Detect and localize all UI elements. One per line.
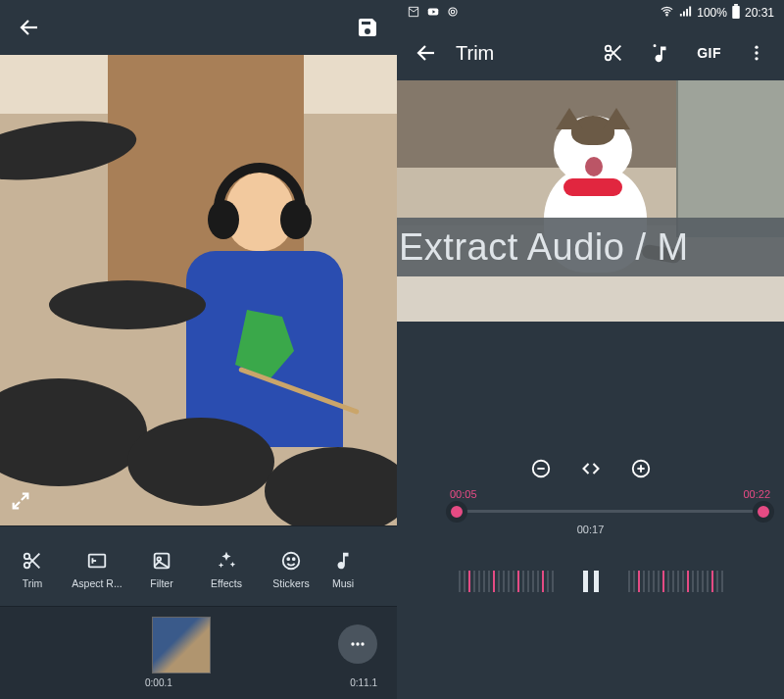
trim-range-slider[interactable]: 00:05 00:22 00:17 xyxy=(397,488,784,547)
scrub-ticks-right[interactable] xyxy=(628,571,723,592)
overlay-caption: Extract Audio / M xyxy=(397,218,784,276)
pause-button[interactable] xyxy=(583,571,599,592)
youtube-icon xyxy=(426,5,440,22)
preview-content-cat xyxy=(397,80,784,322)
tool-label: Stickers xyxy=(272,577,309,589)
svg-point-9 xyxy=(356,642,359,645)
fullscreen-icon[interactable] xyxy=(10,490,31,516)
tool-label: Aspect R... xyxy=(72,577,122,589)
zoom-controls xyxy=(397,449,784,488)
svg-point-14 xyxy=(666,15,667,16)
svg-rect-15 xyxy=(734,4,738,6)
wifi-icon xyxy=(660,4,674,22)
left-topbar xyxy=(0,0,397,55)
tool-effects[interactable]: Effects xyxy=(194,550,259,589)
add-music-icon[interactable] xyxy=(650,42,671,64)
mail-icon xyxy=(407,5,420,22)
trim-preview[interactable]: Extract Audio / M xyxy=(397,80,784,322)
more-button[interactable] xyxy=(338,624,377,664)
screen-title: Trim xyxy=(456,42,585,65)
tool-filter[interactable]: Filter xyxy=(129,550,194,589)
timeline[interactable]: 0:00.1 0:11.1 xyxy=(0,606,397,699)
trim-end-time: 00:22 xyxy=(743,488,770,500)
zoom-in-icon[interactable] xyxy=(630,458,652,479)
svg-point-7 xyxy=(293,558,295,560)
trim-screen: 100% 20:31 Trim GIF xyxy=(397,0,784,699)
svg-point-18 xyxy=(606,55,612,61)
cast-icon xyxy=(446,5,460,22)
svg-point-10 xyxy=(361,642,364,645)
scissors-icon[interactable] xyxy=(603,42,624,64)
svg-rect-2 xyxy=(89,554,106,567)
overflow-menu-icon[interactable] xyxy=(747,43,766,63)
tool-music[interactable]: Musi xyxy=(323,550,363,589)
editor-main-screen: Trim Aspect R... Filter Effects Stickers… xyxy=(0,0,397,699)
tool-aspect-ratio[interactable]: Aspect R... xyxy=(65,550,129,589)
tool-bar: Trim Aspect R... Filter Effects Stickers… xyxy=(0,525,397,606)
svg-point-4 xyxy=(157,557,161,561)
clock-time: 20:31 xyxy=(745,6,774,20)
svg-point-8 xyxy=(351,642,354,645)
tool-trim[interactable]: Trim xyxy=(0,550,65,589)
scrub-ticks-left[interactable] xyxy=(459,571,554,592)
gif-button[interactable]: GIF xyxy=(697,45,721,61)
preview-content-drummer xyxy=(0,55,397,525)
scrub-bar xyxy=(397,547,784,616)
tool-label: Effects xyxy=(211,577,242,589)
back-icon[interactable] xyxy=(415,41,438,65)
back-icon[interactable] xyxy=(18,16,41,39)
battery-level: 100% xyxy=(697,6,727,20)
svg-point-17 xyxy=(606,46,612,52)
zoom-out-icon[interactable] xyxy=(530,458,552,479)
code-icon[interactable] xyxy=(581,459,601,478)
tool-label: Musi xyxy=(332,577,354,589)
timeline-end: 0:11.1 xyxy=(350,677,377,688)
svg-point-6 xyxy=(287,558,289,560)
svg-point-21 xyxy=(755,57,758,60)
svg-point-12 xyxy=(451,10,455,14)
svg-point-19 xyxy=(755,46,758,49)
tool-label: Trim xyxy=(23,577,43,589)
battery-icon xyxy=(731,4,741,22)
signal-icon xyxy=(678,4,693,22)
right-topbar: Trim GIF xyxy=(397,25,784,80)
svg-point-20 xyxy=(755,51,758,54)
timeline-start: 0:00.1 xyxy=(145,677,172,688)
video-preview[interactable] xyxy=(0,55,397,525)
svg-point-13 xyxy=(449,7,457,15)
svg-rect-16 xyxy=(732,6,740,19)
trim-duration: 00:17 xyxy=(577,524,605,535)
tool-stickers[interactable]: Stickers xyxy=(259,550,323,589)
save-icon[interactable] xyxy=(356,16,379,39)
clip-thumbnail[interactable] xyxy=(152,617,211,674)
trim-handle-start[interactable] xyxy=(446,501,467,523)
trim-start-time: 00:05 xyxy=(450,488,477,500)
trim-handle-end[interactable] xyxy=(753,501,774,523)
status-bar: 100% 20:31 xyxy=(397,0,784,25)
tool-label: Filter xyxy=(150,577,172,589)
svg-point-5 xyxy=(283,552,300,569)
